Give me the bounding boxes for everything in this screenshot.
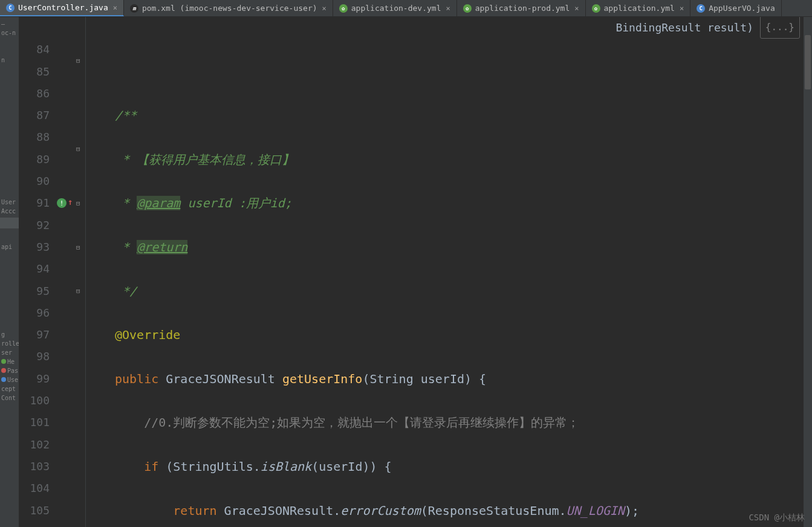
- java-icon: C: [697, 4, 705, 13]
- tab-label: AppUserVO.java: [709, 4, 775, 13]
- tab-app[interactable]: ✿ application.yml ×: [586, 0, 691, 16]
- ln: 92: [19, 215, 50, 236]
- sidebar-item[interactable]: Cont: [0, 393, 19, 403]
- override-up-icon[interactable]: ↑: [68, 197, 73, 207]
- ln: 84: [19, 39, 50, 60]
- structure-sidebar: — oc-n n User Accc api g rolle ser He Pa…: [0, 17, 19, 527]
- tab-label: application-dev.yml: [351, 4, 441, 13]
- tab-label: UserController.java: [18, 3, 108, 12]
- ln: 97: [19, 324, 50, 346]
- sidebar-item[interactable]: rolle: [0, 339, 19, 348]
- sidebar-item[interactable]: n: [0, 56, 19, 65]
- ln: 95: [19, 280, 50, 302]
- close-icon[interactable]: ×: [446, 4, 450, 13]
- tab-usercontroller[interactable]: C UserController.java ×: [0, 0, 124, 16]
- ln: 101: [19, 412, 50, 433]
- close-icon[interactable]: ×: [680, 4, 684, 13]
- line-numbers: 83 84 85 86 87 88 89 90 91 92 93 94 95 9…: [19, 17, 56, 527]
- ln: 106: [19, 522, 50, 527]
- fold-icon[interactable]: ⊟: [76, 199, 80, 207]
- ln: 86: [19, 83, 50, 105]
- sidebar-item[interactable]: oc-n: [0, 28, 19, 37]
- ln: 91: [19, 192, 50, 214]
- watermark: CSDN @小桔林: [749, 512, 805, 523]
- ln: 93: [19, 236, 50, 258]
- vertical-scrollbar[interactable]: [804, 17, 812, 527]
- fold-gutter: ⊟ ⊟ ⊟ ⊟ ⊟: [74, 17, 86, 527]
- sidebar-item[interactable]: api: [0, 242, 19, 251]
- sidebar-item[interactable]: User: [0, 198, 19, 207]
- editor-tabs: C UserController.java × m pom.xml (imooc…: [0, 0, 812, 17]
- close-icon[interactable]: ×: [113, 4, 117, 12]
- tab-app-prod[interactable]: ✿ application-prod.yml ×: [457, 0, 586, 16]
- ln: 88: [19, 126, 50, 148]
- fold-icon[interactable]: ⊟: [76, 57, 80, 65]
- java-icon: C: [6, 4, 15, 12]
- sidebar-highlight: [0, 218, 19, 228]
- code-editor[interactable]: 83 84 85 86 87 88 89 90 91 92 93 94 95 9…: [19, 17, 812, 527]
- tab-label: application-prod.yml: [475, 4, 570, 13]
- ln: 104: [19, 477, 50, 499]
- spring-icon: ✿: [592, 4, 600, 13]
- ln: 94: [19, 258, 50, 280]
- spring-icon: ✿: [339, 4, 348, 13]
- ln: 96: [19, 302, 50, 324]
- sidebar-item[interactable]: —: [0, 19, 19, 28]
- tab-app-dev[interactable]: ✿ application-dev.yml ×: [333, 0, 457, 16]
- sidebar-item[interactable]: Use: [0, 375, 19, 384]
- ln: 87: [19, 105, 50, 126]
- sidebar-item[interactable]: ser: [0, 348, 19, 357]
- maven-icon: m: [130, 4, 138, 13]
- spring-icon: ✿: [463, 4, 472, 13]
- sidebar-item[interactable]: Pas: [0, 366, 19, 375]
- ln: 103: [19, 456, 50, 477]
- sidebar-item[interactable]: g: [0, 330, 19, 339]
- code-area[interactable]: BindingResult result) {...} /** * 【获得用户基…: [86, 17, 812, 527]
- sidebar-item[interactable]: He: [0, 357, 19, 366]
- ln: 90: [19, 170, 50, 192]
- fold-icon[interactable]: ⊟: [76, 244, 80, 251]
- tab-label: pom.xml (imooc-news-dev-service-user): [142, 4, 317, 13]
- fold-icon[interactable]: ⊟: [76, 287, 80, 295]
- sidebar-item[interactable]: Accc: [0, 207, 19, 216]
- sidebar-item[interactable]: cept: [0, 384, 19, 393]
- ln: 85: [19, 61, 50, 83]
- gutter-marks: ! ↑: [56, 17, 74, 527]
- close-icon[interactable]: ×: [574, 4, 579, 13]
- ln: 99: [19, 368, 50, 390]
- ln: 89: [19, 149, 50, 170]
- faded-prev-line: BindingResult result) {...}: [615, 17, 800, 40]
- ln: 105: [19, 500, 50, 522]
- tab-appuservo[interactable]: C AppUserVO.java: [690, 0, 782, 16]
- ln: 102: [19, 434, 50, 456]
- tab-pom[interactable]: m pom.xml (imooc-news-dev-service-user) …: [124, 0, 333, 16]
- ln: 98: [19, 346, 50, 367]
- ln: 100: [19, 390, 50, 412]
- tab-label: application.yml: [604, 4, 675, 13]
- fold-icon[interactable]: ⊟: [76, 145, 80, 153]
- close-icon[interactable]: ×: [322, 4, 326, 13]
- inspection-ok-icon[interactable]: !: [57, 198, 67, 208]
- scrollbar-thumb[interactable]: [805, 35, 811, 89]
